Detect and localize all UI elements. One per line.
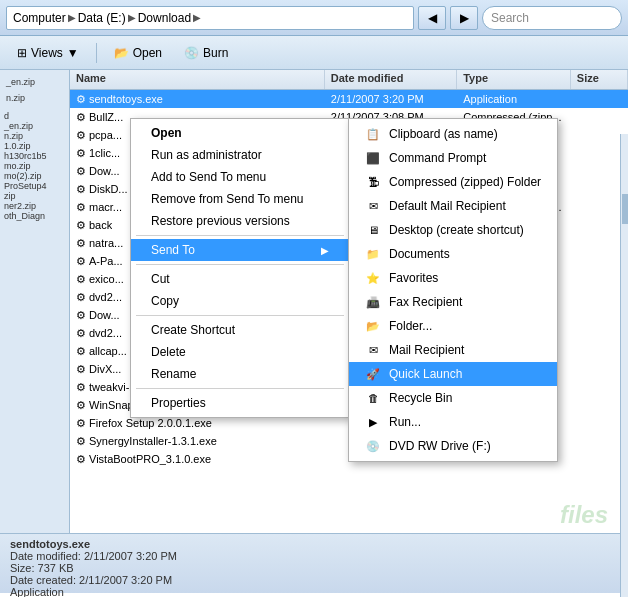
status-date-created: Date created: 2/11/2007 3:20 PM <box>10 574 618 586</box>
file-icon: ⚙ <box>76 291 86 304</box>
submenu-item-icon: 📋 <box>365 126 381 142</box>
file-icon: ⚙ <box>76 219 86 232</box>
submenu-item-icon: ⬛ <box>365 150 381 166</box>
menu-item-cut[interactable]: Cut <box>131 268 349 290</box>
table-row[interactable]: ⚙sendtotoys.exe2/11/2007 3:20 PMApplicat… <box>70 90 628 108</box>
menu-item-create-shortcut[interactable]: Create Shortcut <box>131 319 349 341</box>
submenu-item-clipboard--as-name-[interactable]: 📋Clipboard (as name) <box>349 122 557 146</box>
search-box[interactable]: Search <box>482 6 622 30</box>
grid-icon: ⊞ <box>17 46 27 60</box>
menu-item-copy[interactable]: Copy <box>131 290 349 312</box>
file-icon: ⚙ <box>76 417 86 430</box>
menu-separator <box>136 315 344 316</box>
burn-button[interactable]: 💿 Burn <box>175 42 237 64</box>
file-icon: ⚙ <box>76 309 86 322</box>
submenu-item-icon: 💿 <box>365 438 381 454</box>
file-icon: ⚙ <box>76 435 86 448</box>
submenu-item-desktop--create-shortcut-[interactable]: 🖥Desktop (create shortcut) <box>349 218 557 242</box>
submenu-item-icon: ▶ <box>365 414 381 430</box>
breadcrumb-computer: Computer <box>13 11 66 25</box>
menu-item-rename[interactable]: Rename <box>131 363 349 385</box>
file-icon: ⚙ <box>76 201 86 214</box>
menu-item-run-as-administrator[interactable]: Run as administrator <box>131 144 349 166</box>
status-filename: sendtotoys.exe <box>10 538 618 550</box>
col-header-date[interactable]: Date modified <box>325 70 457 89</box>
menu-item-send-to[interactable]: Send To▶ <box>131 239 349 261</box>
submenu-item-command-prompt[interactable]: ⬛Command Prompt <box>349 146 557 170</box>
submenu-item-icon: 📁 <box>365 246 381 262</box>
file-icon: ⚙ <box>76 111 86 124</box>
folder-open-icon: 📂 <box>114 46 129 60</box>
file-icon: ⚙ <box>76 381 86 394</box>
burn-icon: 💿 <box>184 46 199 60</box>
breadcrumb-folder: Download <box>138 11 191 25</box>
submenu-item-favorites[interactable]: ⭐Favorites <box>349 266 557 290</box>
file-icon: ⚙ <box>76 363 86 376</box>
burn-label: Burn <box>203 46 228 60</box>
submenu-item-compressed--zipped--folder[interactable]: 🗜Compressed (zipped) Folder <box>349 170 557 194</box>
submenu-item-icon: 🚀 <box>365 366 381 382</box>
views-dropdown-icon: ▼ <box>67 46 79 60</box>
submenu-item-icon: 🖥 <box>365 222 381 238</box>
file-list-header: Name Date modified Type Size <box>70 70 628 90</box>
submenu-item-documents[interactable]: 📁Documents <box>349 242 557 266</box>
file-icon: ⚙ <box>76 273 86 286</box>
send-to-submenu: 📋Clipboard (as name)⬛Command Prompt🗜Comp… <box>348 118 558 462</box>
submenu-item-fax-recipient[interactable]: 📠Fax Recipient <box>349 290 557 314</box>
submenu-item-dvd-rw-drive--f:-[interactable]: 💿DVD RW Drive (F:) <box>349 434 557 458</box>
breadcrumb-drive: Data (E:) <box>78 11 126 25</box>
open-button[interactable]: 📂 Open <box>105 42 171 64</box>
sidebar-zip-items: d _en.zip n.zip 1.0.zip h130rc1b5 mo.zip… <box>0 110 69 222</box>
submenu-item-run---[interactable]: ▶Run... <box>349 410 557 434</box>
menu-separator <box>136 264 344 265</box>
submenu-item-default-mail-recipient[interactable]: ✉Default Mail Recipient <box>349 194 557 218</box>
menu-item-restore-previous-versions[interactable]: Restore previous versions <box>131 210 349 232</box>
status-size: Size: 737 KB <box>10 562 618 574</box>
breadcrumb-arrow-1: ▶ <box>68 12 76 23</box>
file-icon: ⚙ <box>76 183 86 196</box>
nav-back-btn[interactable]: ◀ <box>418 6 446 30</box>
menu-item-properties[interactable]: Properties <box>131 392 349 414</box>
status-bar: sendtotoys.exe Date modified: 2/11/2007 … <box>0 533 628 593</box>
address-bar: Computer ▶ Data (E:) ▶ Download ▶ ◀ ▶ Se… <box>0 0 628 36</box>
file-icon: ⚙ <box>76 237 86 250</box>
sidebar-item-1: n.zip <box>0 90 69 106</box>
sidebar-item-0: _en.zip <box>0 74 69 90</box>
col-header-size[interactable]: Size <box>571 70 628 89</box>
menu-item-add-to-send-to-menu[interactable]: Add to Send To menu <box>131 166 349 188</box>
toolbar-sep-1 <box>96 43 97 63</box>
submenu-item-icon: 🗜 <box>365 174 381 190</box>
menu-item-remove-from-send-to-menu[interactable]: Remove from Send To menu <box>131 188 349 210</box>
views-button[interactable]: ⊞ Views ▼ <box>8 42 88 64</box>
menu-separator <box>136 235 344 236</box>
file-icon: ⚙ <box>76 453 86 466</box>
submenu-arrow-icon: ▶ <box>321 245 329 256</box>
submenu-item-folder---[interactable]: 📂Folder... <box>349 314 557 338</box>
submenu-item-recycle-bin[interactable]: 🗑Recycle Bin <box>349 386 557 410</box>
col-header-type[interactable]: Type <box>457 70 571 89</box>
file-icon: ⚙ <box>76 147 86 160</box>
toolbar: ⊞ Views ▼ 📂 Open 💿 Burn <box>0 36 628 70</box>
breadcrumb[interactable]: Computer ▶ Data (E:) ▶ Download ▶ <box>6 6 414 30</box>
file-icon: ⚙ <box>76 93 86 106</box>
menu-separator <box>136 388 344 389</box>
submenu-item-icon: 📂 <box>365 318 381 334</box>
file-icon: ⚙ <box>76 129 86 142</box>
menu-item-delete[interactable]: Delete <box>131 341 349 363</box>
col-header-name[interactable]: Name <box>70 70 325 89</box>
status-type: Application <box>10 586 618 597</box>
submenu-item-mail-recipient[interactable]: ✉Mail Recipient <box>349 338 557 362</box>
menu-item-open[interactable]: Open <box>131 122 349 144</box>
submenu-item-icon: ✉ <box>365 342 381 358</box>
submenu-item-icon: ✉ <box>365 198 381 214</box>
file-icon: ⚙ <box>76 327 86 340</box>
status-date-modified: Date modified: 2/11/2007 3:20 PM <box>10 550 618 562</box>
file-icon: ⚙ <box>76 165 86 178</box>
submenu-item-icon: ⭐ <box>365 270 381 286</box>
views-label: Views <box>31 46 63 60</box>
file-icon: ⚙ <box>76 345 86 358</box>
nav-forward-btn[interactable]: ▶ <box>450 6 478 30</box>
search-placeholder: Search <box>491 11 529 25</box>
submenu-item-quick-launch[interactable]: 🚀Quick Launch <box>349 362 557 386</box>
breadcrumb-arrow-3: ▶ <box>193 12 201 23</box>
